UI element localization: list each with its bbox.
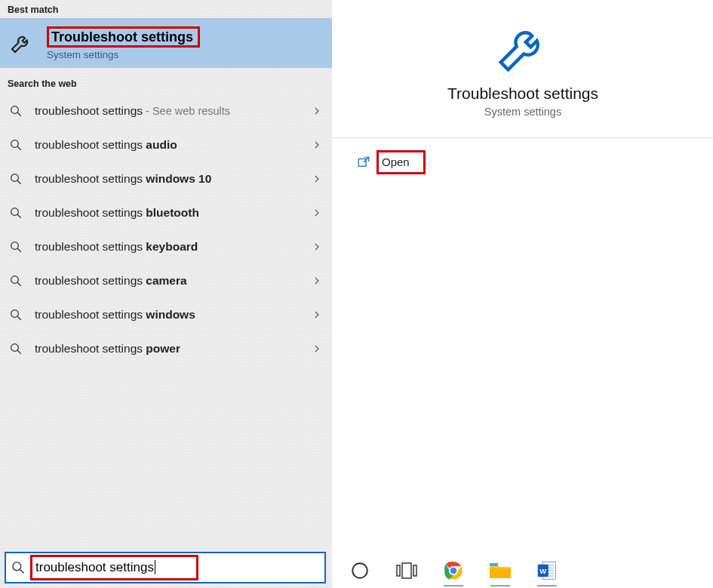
svg-point-14 [11, 343, 19, 351]
chrome-icon[interactable] [441, 558, 466, 583]
svg-rect-18 [358, 159, 366, 167]
web-result-item[interactable]: troubleshoot settings - See web results [0, 94, 332, 128]
start-search-panel: Best match Troubleshoot settings System … [0, 0, 713, 588]
chevron-right-icon [312, 242, 321, 251]
chevron-right-icon [312, 344, 321, 353]
taskbar: W [332, 553, 713, 588]
svg-line-17 [20, 570, 24, 574]
best-match-subtitle: System settings [47, 49, 200, 60]
svg-rect-26 [490, 568, 511, 578]
preview-actions: Open [333, 138, 713, 179]
results-panel: Best match Troubleshoot settings System … [0, 0, 332, 588]
search-icon [8, 172, 24, 186]
svg-line-5 [17, 180, 21, 184]
open-label: Open [382, 155, 410, 168]
best-match-result[interactable]: Troubleshoot settings System settings [0, 18, 332, 68]
preview-panel: Troubleshoot settings System settings Op… [332, 0, 713, 588]
wrench-icon [9, 31, 33, 55]
web-result-item[interactable]: troubleshoot settings power [0, 331, 332, 365]
best-match-header: Best match [0, 0, 332, 18]
search-icon [8, 138, 24, 152]
highlight-box-open: Open [376, 150, 426, 174]
web-result-label: troubleshoot settings bluetooth [35, 206, 312, 220]
preview-subtitle: System settings [484, 106, 561, 118]
svg-line-11 [17, 282, 21, 286]
file-explorer-icon[interactable] [487, 558, 513, 583]
web-result-item[interactable]: troubleshoot settings keyboard [0, 229, 332, 263]
svg-point-12 [11, 309, 19, 317]
chevron-right-icon [312, 208, 321, 217]
search-icon [8, 104, 24, 118]
web-result-item[interactable]: troubleshoot settings audio [0, 128, 332, 162]
svg-line-9 [17, 248, 21, 252]
svg-point-4 [11, 174, 19, 181]
search-icon [11, 560, 26, 575]
svg-rect-21 [402, 563, 411, 578]
web-result-label: troubleshoot settings keyboard [35, 240, 312, 254]
wrench-large-icon [493, 18, 552, 77]
web-result-label: troubleshoot settings windows 10 [35, 172, 312, 186]
svg-line-13 [17, 316, 21, 320]
svg-rect-27 [490, 563, 498, 566]
web-result-item[interactable]: troubleshoot settings windows [0, 297, 332, 331]
svg-text:W: W [539, 568, 546, 575]
search-bar-row: troubleshoot settings [0, 547, 332, 588]
svg-point-10 [11, 276, 19, 283]
svg-point-6 [11, 208, 19, 215]
svg-line-15 [17, 350, 21, 354]
web-result-label: troubleshoot settings power [35, 342, 312, 356]
search-bar[interactable]: troubleshoot settings [5, 552, 326, 583]
chevron-right-icon [312, 310, 321, 319]
highlight-box-search: troubleshoot settings [30, 555, 198, 580]
taskview-icon[interactable] [394, 558, 420, 583]
search-input-wrap: troubleshoot settings [30, 553, 320, 582]
svg-point-8 [11, 242, 19, 249]
preview-title: Troubleshoot settings [447, 85, 598, 103]
svg-line-3 [17, 146, 21, 150]
svg-rect-22 [413, 565, 416, 576]
web-result-item[interactable]: troubleshoot settings bluetooth [0, 195, 332, 229]
web-result-label: troubleshoot settings - See web results [35, 104, 312, 118]
svg-point-0 [11, 106, 19, 113]
svg-line-1 [17, 112, 21, 116]
svg-point-19 [352, 563, 367, 578]
svg-point-2 [11, 140, 19, 147]
open-icon [355, 155, 372, 169]
search-input[interactable]: troubleshoot settings [35, 560, 155, 574]
search-icon [8, 342, 24, 356]
word-icon[interactable]: W [534, 558, 560, 583]
search-icon [8, 240, 24, 254]
web-result-label: troubleshoot settings audio [35, 138, 312, 152]
cortana-icon[interactable] [347, 558, 373, 583]
web-results-list: troubleshoot settings - See web resultst… [0, 92, 332, 365]
search-web-header: Search the web [0, 68, 332, 92]
best-match-title: Troubleshoot settings [51, 29, 193, 45]
web-result-label: troubleshoot settings camera [35, 274, 312, 288]
web-result-item[interactable]: troubleshoot settings windows 10 [0, 162, 332, 195]
chevron-right-icon [312, 174, 321, 183]
chevron-right-icon [312, 140, 321, 149]
search-icon [8, 206, 24, 220]
best-match-text: Troubleshoot settings System settings [47, 26, 200, 60]
preview-header: Troubleshoot settings System settings [333, 0, 713, 118]
web-result-label: troubleshoot settings windows [35, 308, 312, 322]
chevron-right-icon [312, 106, 321, 115]
svg-rect-20 [397, 565, 400, 576]
search-icon [8, 308, 24, 322]
search-icon [8, 274, 24, 288]
web-result-item[interactable]: troubleshoot settings camera [0, 263, 332, 297]
chevron-right-icon [312, 276, 321, 285]
open-action[interactable]: Open [355, 146, 713, 179]
svg-line-7 [17, 214, 21, 218]
highlight-box-title: Troubleshoot settings [47, 26, 200, 48]
svg-point-16 [13, 562, 21, 571]
